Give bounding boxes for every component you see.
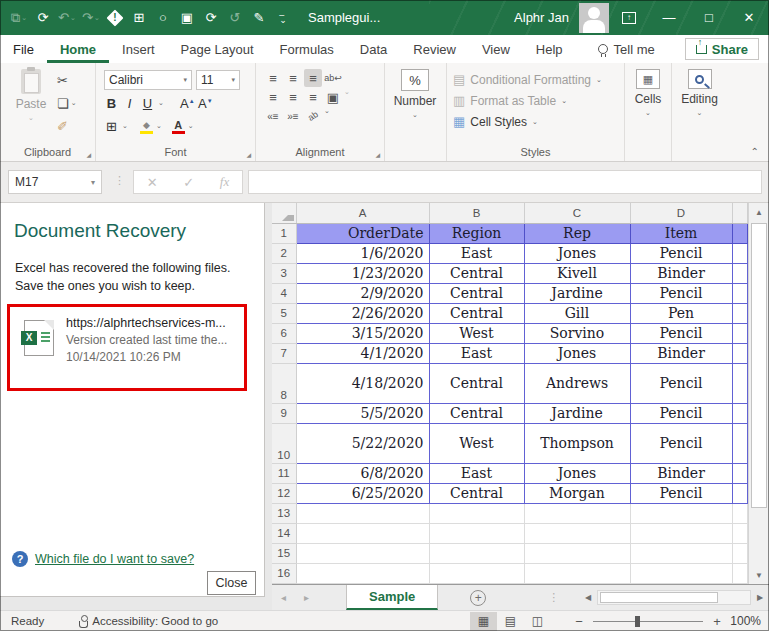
cell-C7[interactable]: Jones xyxy=(524,343,630,363)
cell-C8[interactable]: Andrews xyxy=(524,363,630,403)
font-size-combobox[interactable]: 11▾ xyxy=(196,70,240,90)
maximize-icon[interactable]: □ xyxy=(689,0,729,35)
increase-indent-button[interactable]: »≡ xyxy=(284,107,302,125)
accessibility-status[interactable]: Accessibility: Good to go xyxy=(78,615,218,628)
cell-D15[interactable] xyxy=(630,543,732,563)
row-header-6[interactable]: 6 xyxy=(272,323,296,343)
cell-C4[interactable]: Jardine xyxy=(524,283,630,303)
row-header-14[interactable]: 14 xyxy=(272,523,296,543)
copy-button[interactable]: ❏⌄ xyxy=(54,93,80,113)
refresh-icon[interactable]: ⟳ xyxy=(200,6,222,30)
cancel-icon[interactable]: ✕ xyxy=(147,175,158,190)
close-pane-button[interactable]: Close xyxy=(207,571,256,595)
cell-D5[interactable]: Pen xyxy=(630,303,732,323)
cell-sliver-6[interactable] xyxy=(732,323,747,343)
wrap-text-button[interactable]: ab↩ xyxy=(324,69,342,87)
font-color-button[interactable]: A xyxy=(172,119,185,134)
cell-A12[interactable]: 6/25/2020 xyxy=(296,483,429,503)
cell-B8[interactable]: Central xyxy=(429,363,524,403)
column-header-C[interactable]: C xyxy=(524,203,630,223)
tab-formulas[interactable]: Formulas xyxy=(267,35,347,63)
cell-sliver-8[interactable] xyxy=(732,363,747,403)
ribbon-display-options-icon[interactable]: ↑ xyxy=(609,0,649,35)
cell-sliver-4[interactable] xyxy=(732,283,747,303)
name-box-splitter[interactable]: ⋮ xyxy=(114,174,125,187)
cell-D16[interactable] xyxy=(630,563,732,583)
cell-B16[interactable] xyxy=(429,563,524,583)
zoom-in-icon[interactable]: + xyxy=(711,614,723,629)
italic-button[interactable]: I xyxy=(122,96,137,111)
cell-C3[interactable]: Kivell xyxy=(524,263,630,283)
cell-C9[interactable]: Jardine xyxy=(524,403,630,423)
cell-B5[interactable]: Central xyxy=(429,303,524,323)
cell-A13[interactable] xyxy=(296,503,429,523)
cell-styles-button[interactable]: ▦ Cell Styles⌄ xyxy=(447,111,624,132)
row-header-11[interactable]: 11 xyxy=(272,463,296,483)
underline-dropdown[interactable]: ⌄ xyxy=(158,99,164,107)
tab-file[interactable]: File xyxy=(0,35,47,63)
tab-help[interactable]: Help xyxy=(523,35,576,63)
clipboard-dialog-launcher[interactable]: ◢ xyxy=(86,151,91,158)
merge-center-button[interactable]: ▣ xyxy=(324,88,342,106)
cell-D6[interactable]: Pencil xyxy=(630,323,732,343)
row-header-16[interactable]: 16 xyxy=(272,563,296,583)
tab-data[interactable]: Data xyxy=(347,35,400,63)
cell-C14[interactable] xyxy=(524,523,630,543)
decrease-font-button[interactable]: A▼ xyxy=(198,96,213,111)
column-header-A[interactable]: A xyxy=(296,203,429,223)
cell-sliver-9[interactable] xyxy=(732,403,747,423)
vertical-scrollbar[interactable]: ▲ ▼ xyxy=(748,203,769,584)
history-icon[interactable]: ↺ xyxy=(224,6,246,30)
undo-icon[interactable]: ↶⌄ xyxy=(56,6,78,30)
cell-B7[interactable]: East xyxy=(429,343,524,363)
cell-A3[interactable]: 1/23/2020 xyxy=(296,263,429,283)
cell-D12[interactable]: Pencil xyxy=(630,483,732,503)
cell-sliver-5[interactable] xyxy=(732,303,747,323)
customize-icon[interactable]: ⧉⌄ xyxy=(8,6,30,30)
select-all-corner[interactable] xyxy=(272,203,296,223)
tabbar-splitter[interactable]: ⋮ xyxy=(548,591,559,604)
cell-B3[interactable]: Central xyxy=(429,263,524,283)
table-frame-icon[interactable]: ⊞ xyxy=(128,6,150,30)
cell-A6[interactable]: 3/15/2020 xyxy=(296,323,429,343)
edit-document-icon[interactable]: ✎ xyxy=(248,6,270,30)
cell-B11[interactable]: East xyxy=(429,463,524,483)
row-header-7[interactable]: 7 xyxy=(272,343,296,363)
tab-review[interactable]: Review xyxy=(400,35,469,63)
cell-D2[interactable]: Pencil xyxy=(630,243,732,263)
cell-sliver-11[interactable] xyxy=(732,463,747,483)
horizontal-scroll-thumb[interactable] xyxy=(600,592,718,603)
enter-icon[interactable]: ✓ xyxy=(183,175,194,190)
cell-B10[interactable]: West xyxy=(429,423,524,463)
borders-dropdown[interactable]: ⌄ xyxy=(122,122,128,130)
scroll-right-icon[interactable]: ▶ xyxy=(751,593,769,602)
cell-C16[interactable] xyxy=(524,563,630,583)
cell-B4[interactable]: Central xyxy=(429,283,524,303)
cell-A16[interactable] xyxy=(296,563,429,583)
cut-button[interactable]: ✂ xyxy=(54,70,80,90)
fill-color-dropdown[interactable]: ⌄ xyxy=(156,122,162,130)
font-color-dropdown[interactable]: ⌄ xyxy=(188,122,194,130)
permissions-icon[interactable]: ▣ xyxy=(176,6,198,30)
cell-B13[interactable] xyxy=(429,503,524,523)
cell-A1[interactable]: OrderDate xyxy=(296,223,429,243)
scroll-up-icon[interactable]: ▲ xyxy=(749,203,769,221)
row-header-13[interactable]: 13 xyxy=(272,503,296,523)
underline-button[interactable]: U xyxy=(140,96,155,111)
cell-A14[interactable] xyxy=(296,523,429,543)
close-icon[interactable]: ✕ xyxy=(729,0,769,35)
scroll-down-icon[interactable]: ▼ xyxy=(749,566,769,584)
format-as-table-button[interactable]: ▥ Format as Table⌄ xyxy=(447,90,624,111)
tell-me[interactable]: Tell me xyxy=(598,42,655,57)
increase-font-button[interactable]: A▲ xyxy=(180,96,195,111)
cell-D11[interactable]: Binder xyxy=(630,463,732,483)
cell-D13[interactable] xyxy=(630,503,732,523)
paste-button[interactable]: Paste⌄ xyxy=(8,63,54,136)
cell-B2[interactable]: East xyxy=(429,243,524,263)
horizontal-scrollbar[interactable]: ◀ ▶ xyxy=(579,588,769,607)
name-box[interactable]: M17▾ xyxy=(8,170,102,194)
cell-sliver-14[interactable] xyxy=(732,523,747,543)
cell-sliver-16[interactable] xyxy=(732,563,747,583)
cell-sliver-12[interactable] xyxy=(732,483,747,503)
cell-B9[interactable]: Central xyxy=(429,403,524,423)
